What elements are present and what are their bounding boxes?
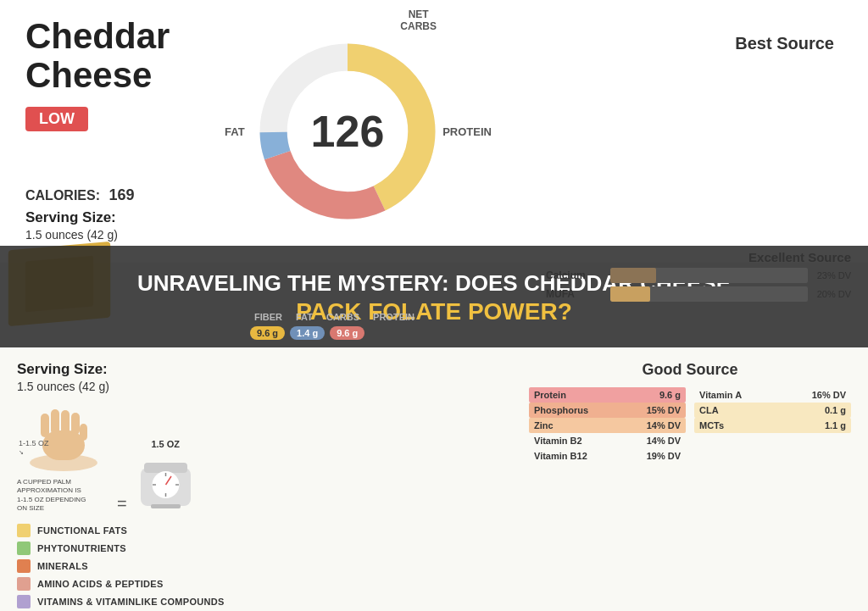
calcium-label: Calcium (546, 269, 605, 281)
net-carbs-label: NETCARBS (400, 8, 437, 32)
gs-protein-value: 9.6 g (659, 390, 681, 400)
mufa-label: MUFA (546, 288, 605, 300)
legend-label-vitamins: VITAMINS & VITAMINLIKE COMPOUNDS (37, 597, 225, 607)
bottom-left-col: Serving Size: 1.5 ounces (42 g) 1-1.5 OZ (17, 361, 305, 597)
legend-label-phytonutrients: PHYTONUTRIENTS (37, 543, 126, 553)
svg-rect-8 (61, 410, 70, 435)
mufa-row: MUFA 20% DV (546, 286, 851, 302)
scale-svg (134, 451, 198, 510)
svg-rect-9 (71, 413, 80, 435)
legend-label-minerals: MINERALS (37, 561, 88, 571)
gs-vitamina-name: Vitamin A (699, 390, 742, 400)
donut-container: FAT PROTEIN NETCARBS 126 (250, 34, 445, 229)
gs-mcts-name: MCTs (699, 420, 724, 430)
gs-protein-name: Protein (534, 390, 566, 400)
gs-row-cla: CLA 0.1 g (694, 403, 851, 418)
serving-visual: 1-1.5 OZ ↘ A CUPPED PALMAPPROXIMATION IS… (17, 405, 305, 514)
fiber-macro-label: FIBER (254, 312, 282, 322)
gs-phosphorus-value: 15% DV (647, 405, 681, 415)
excellent-source-title: Excellent Source (546, 250, 851, 264)
svg-rect-10 (80, 424, 87, 441)
good-source-right-col: Vitamin A 16% DV CLA 0.1 g MCTs 1.1 g (694, 387, 851, 464)
calcium-row: Calcium 23% DV (546, 268, 851, 283)
protein-value-tag: 9.6 g (330, 326, 364, 340)
legend-item-phytonutrients: PHYTONUTRIENTS (17, 542, 305, 555)
gs-row-vitaminb2: Vitamin B2 14% DV (529, 433, 686, 448)
bottom-section: Serving Size: 1.5 ounces (42 g) 1-1.5 OZ (0, 347, 868, 611)
serving-size-label: Serving Size: (25, 209, 135, 226)
hand-svg: 1-1.5 OZ ↘ (17, 405, 110, 473)
legend-label-amino-acids: AMINO ACIDS & PEPTIDES (37, 579, 164, 589)
protein-macro-label: PROTEIN (373, 312, 415, 322)
calcium-pct: 23% DV (813, 270, 851, 281)
legend-dot-phytonutrients (17, 542, 31, 555)
hand-visual: 1-1.5 OZ ↘ A CUPPED PALMAPPROXIMATION IS… (17, 405, 110, 514)
donut-center-value: 126 (311, 106, 385, 157)
legend: FUNCTIONAL FATS PHYTONUTRIENTS MINERALS … (17, 524, 305, 608)
good-source-title: Good Source (529, 361, 851, 379)
donut-chart-area: FAT PROTEIN NETCARBS 126 (229, 8, 466, 254)
legend-item-vitamins: VITAMINS & VITAMINLIKE COMPOUNDS (17, 595, 305, 608)
good-source-area: Good Source Protein 9.6 g Phosphorus 15%… (529, 361, 851, 597)
gs-row-mcts: MCTs 1.1 g (694, 418, 851, 433)
gs-vitaminb2-value: 14% DV (647, 436, 681, 446)
gs-zinc-name: Zinc (534, 420, 554, 430)
legend-item-minerals: MINERALS (17, 559, 305, 573)
title-area: Cheddar Cheese LOW (25, 17, 212, 131)
calories-row: CALORIES: 169 (25, 186, 135, 204)
fat-value-tag: 9.6 g (250, 326, 285, 340)
legend-dot-amino-acids (17, 577, 31, 591)
top-section: Cheddar Cheese LOW FAT PROTEIN NETCARBS (0, 0, 868, 263)
gs-vitaminb2-name: Vitamin B2 (534, 436, 582, 446)
legend-dot-vitamins (17, 595, 31, 608)
legend-dot-functional-fats (17, 524, 31, 537)
mufa-bar (610, 286, 808, 302)
equals-sign: = (117, 494, 127, 514)
gs-row-vitaminb12: Vitamin B12 19% DV (529, 448, 686, 464)
food-title: Cheddar Cheese (25, 17, 212, 95)
mufa-pct: 20% DV (813, 289, 851, 299)
gs-vitaminb12-name: Vitamin B12 (534, 451, 587, 461)
svg-text:1-1.5 OZ: 1-1.5 OZ (19, 439, 49, 447)
gs-row-protein: Protein 9.6 g (529, 387, 686, 403)
best-source-label: Best Source (735, 34, 834, 53)
gs-row-vitamina: Vitamin A 16% DV (694, 387, 851, 403)
svg-text:↘: ↘ (19, 449, 24, 455)
calcium-bar (610, 268, 808, 283)
low-badge: LOW (25, 107, 88, 131)
legend-item-amino-acids: AMINO ACIDS & PEPTIDES (17, 577, 305, 591)
svg-rect-6 (41, 414, 49, 437)
gs-cla-value: 0.1 g (825, 405, 846, 415)
protein-label: PROTEIN (442, 125, 492, 138)
gs-cla-name: CLA (699, 405, 719, 415)
good-source-grid: Protein 9.6 g Phosphorus 15% DV Zinc 14%… (529, 387, 851, 464)
gs-mcts-value: 1.1 g (825, 420, 846, 430)
carbs-value-tag: 1.4 g (290, 326, 325, 340)
scale-oz-label: 1.5 OZ (134, 439, 198, 449)
svg-rect-7 (51, 409, 59, 435)
gs-zinc-value: 14% DV (647, 420, 681, 430)
svg-rect-21 (151, 504, 181, 508)
gs-row-zinc: Zinc 14% DV (529, 418, 686, 433)
legend-dot-minerals (17, 559, 31, 573)
fat-label: FAT (225, 125, 245, 138)
gs-vitamina-value: 16% DV (812, 390, 846, 400)
bottom-serving-label: Serving Size: (17, 361, 305, 378)
fat-macro-label: FAT (296, 312, 313, 322)
bottom-serving-value: 1.5 ounces (42 g) (17, 380, 305, 393)
carbs-macro-label: CARBS (326, 312, 359, 322)
gs-vitaminb12-value: 19% DV (647, 451, 681, 461)
cupped-palm-text: A CUPPED PALMAPPROXIMATION IS1-1.5 OZ DE… (17, 478, 93, 514)
gs-row-phosphorus: Phosphorus 15% DV (529, 403, 686, 418)
good-source-left-col: Protein 9.6 g Phosphorus 15% DV Zinc 14%… (529, 387, 686, 464)
gs-phosphorus-name: Phosphorus (534, 405, 588, 415)
scale-visual: 1.5 OZ (134, 439, 198, 514)
legend-label-functional-fats: FUNCTIONAL FATS (37, 525, 127, 536)
legend-item-functional-fats: FUNCTIONAL FATS (17, 524, 305, 537)
